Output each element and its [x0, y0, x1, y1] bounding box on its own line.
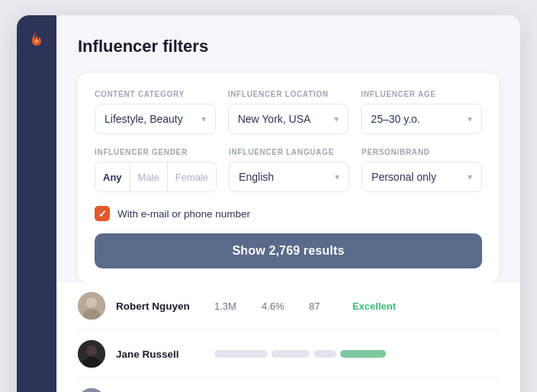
filter-row-1: CONTENT CATEGORY Lifestyle, Beauty ▾ INF… — [95, 90, 482, 134]
content-category-group: CONTENT CATEGORY Lifestyle, Beauty ▾ — [95, 90, 216, 134]
flame-icon — [26, 29, 47, 50]
result-bars — [214, 350, 499, 358]
content-category-label: CONTENT CATEGORY — [95, 90, 216, 98]
age-value: 25–30 y.o. — [371, 113, 420, 125]
result-row-1: Robert Nguyen 1.3M 4.6% 87 Excellent — [78, 282, 499, 330]
location-select[interactable]: New York, USA ▾ — [228, 104, 349, 134]
location-value: New York, USA — [238, 113, 311, 125]
result-followers: 1.3M — [214, 300, 251, 312]
chevron-down-icon: ▾ — [334, 114, 339, 124]
main-card: Influencer filters CONTENT CATEGORY Life… — [17, 15, 520, 392]
location-label: INFLUENCER LOCATION — [228, 90, 349, 98]
sidebar — [17, 15, 56, 392]
bar-green — [340, 350, 386, 358]
result-row-2: Jane Russell — [78, 330, 499, 378]
language-value: English — [239, 171, 274, 183]
chevron-down-icon: ▾ — [468, 172, 472, 182]
content-category-value: Lifestyle, Beauty — [105, 113, 183, 125]
result-name: Robert Nguyen — [116, 300, 204, 312]
main-content: Influencer filters CONTENT CATEGORY Life… — [56, 15, 520, 392]
checkbox-label: With e-mail or phone number — [117, 208, 250, 220]
svg-point-6 — [78, 388, 105, 392]
gender-label: INFLUENCER GENDER — [95, 148, 217, 156]
page-title: Influencer filters — [78, 37, 499, 56]
person-brand-value: Personal only — [371, 171, 436, 183]
gender-group: INFLUENCER GENDER Any Male Female — [95, 148, 217, 192]
avatar — [78, 388, 105, 392]
svg-point-4 — [86, 345, 97, 356]
chevron-down-icon: ▾ — [468, 114, 472, 124]
results-section: Robert Nguyen 1.3M 4.6% 87 Excellent Jan… — [56, 282, 520, 392]
email-phone-checkbox[interactable]: ✓ — [95, 206, 110, 221]
result-name: Jane Russell — [116, 349, 204, 360]
person-brand-group: PERSON/BRAND Personal only ▾ — [362, 148, 482, 192]
person-brand-label: PERSON/BRAND — [362, 148, 482, 156]
gender-male-button[interactable]: Male — [130, 162, 167, 191]
result-engagement: 4.6% — [262, 300, 298, 312]
svg-point-1 — [86, 297, 97, 308]
checkbox-row: ✓ With e-mail or phone number — [95, 206, 482, 221]
age-group: INFLUENCER AGE 25–30 y.o. ▾ — [361, 90, 482, 134]
language-label: INFLUENCER LANGUAGE — [229, 148, 349, 156]
bar-placeholder — [214, 350, 268, 358]
result-row-3: Brooklyn Pena — [78, 378, 499, 392]
result-score: 87 — [309, 300, 332, 312]
result-badge: Excellent — [342, 300, 396, 312]
person-brand-select[interactable]: Personal only ▾ — [362, 162, 482, 192]
gender-toggle: Any Male Female — [95, 162, 217, 192]
bar-placeholder — [272, 350, 310, 358]
filter-row-2: INFLUENCER GENDER Any Male Female INFLUE… — [95, 148, 482, 192]
avatar — [78, 292, 105, 320]
gender-female-button[interactable]: Female — [167, 162, 216, 191]
checkmark-icon: ✓ — [98, 208, 107, 220]
gender-any-button[interactable]: Any — [95, 162, 130, 191]
age-label: INFLUENCER AGE — [361, 90, 482, 98]
location-group: INFLUENCER LOCATION New York, USA ▾ — [228, 90, 349, 134]
language-select[interactable]: English ▾ — [229, 162, 349, 192]
age-select[interactable]: 25–30 y.o. ▾ — [361, 104, 482, 134]
language-group: INFLUENCER LANGUAGE English ▾ — [229, 148, 349, 192]
bar-placeholder — [314, 350, 336, 358]
show-results-button[interactable]: Show 2,769 results — [95, 233, 482, 268]
chevron-down-icon: ▾ — [335, 172, 339, 182]
avatar — [78, 340, 105, 368]
content-category-select[interactable]: Lifestyle, Beauty ▾ — [95, 104, 216, 134]
chevron-down-icon: ▾ — [201, 114, 206, 124]
filter-card: CONTENT CATEGORY Lifestyle, Beauty ▾ INF… — [78, 73, 499, 282]
